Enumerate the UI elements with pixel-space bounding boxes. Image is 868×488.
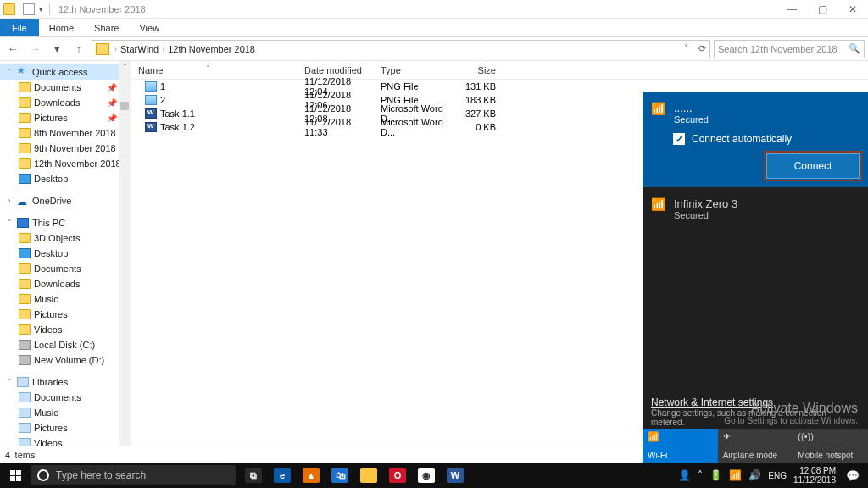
- tree-icon: [19, 309, 31, 319]
- wifi-connect-button[interactable]: Connect: [766, 153, 860, 179]
- nav-row: ← → ▾ ↑ › StarWind › 12th November 2018 …: [0, 37, 868, 61]
- tree-label: Pictures: [34, 309, 68, 319]
- back-button[interactable]: ←: [3, 40, 22, 58]
- app-icon: W: [447, 468, 464, 483]
- search-input[interactable]: Search 12th November 2018 🔍: [714, 40, 865, 58]
- taskbar-app-edge[interactable]: e: [268, 463, 297, 488]
- file-size: 0 KB: [453, 122, 501, 132]
- tree-item[interactable]: 12th November 2018: [0, 156, 131, 171]
- tree-section[interactable]: ›OneDrive: [0, 193, 131, 208]
- tree-item[interactable]: Music: [0, 291, 131, 307]
- ribbon-tab-home[interactable]: Home: [39, 19, 84, 36]
- breadcrumb-item[interactable]: StarWind: [119, 44, 160, 54]
- taskbar-app-opera[interactable]: O: [383, 463, 412, 488]
- tree-item[interactable]: Music: [0, 405, 131, 420]
- twisty-icon[interactable]: ˅: [5, 68, 14, 76]
- tree-item[interactable]: Downloads: [0, 276, 131, 291]
- taskbar-app-vlc[interactable]: ▲: [297, 463, 326, 488]
- address-dropdown-icon[interactable]: ˅: [679, 42, 694, 57]
- tree-item[interactable]: Videos: [0, 322, 131, 337]
- address-bar[interactable]: › StarWind › 12th November 2018 ˅ ⟳: [92, 40, 710, 58]
- volume-icon[interactable]: 🔊: [748, 469, 761, 481]
- scroll-up-icon[interactable]: ˄: [119, 61, 131, 73]
- scroll-thumb[interactable]: [120, 102, 129, 110]
- start-button[interactable]: [0, 463, 31, 488]
- refresh-button[interactable]: ⟳: [694, 42, 709, 57]
- up-button[interactable]: ↑: [70, 40, 88, 58]
- taskbar-app-chrome[interactable]: ◉: [412, 463, 441, 488]
- tree-item[interactable]: New Volume (D:): [0, 352, 131, 368]
- app-icon: O: [389, 468, 406, 483]
- file-type: Microsoft Word D...: [374, 117, 453, 137]
- tree-item[interactable]: Pictures📌: [0, 110, 131, 125]
- col-size[interactable]: Size: [453, 65, 501, 75]
- history-dropdown[interactable]: ▾: [47, 40, 66, 58]
- qat-dropdown-icon[interactable]: ▾: [36, 5, 46, 14]
- app-icon: e: [274, 468, 291, 483]
- col-date[interactable]: Date modified: [298, 65, 374, 75]
- ribbon-file-tab[interactable]: File: [0, 19, 39, 36]
- tree-item[interactable]: Downloads📌: [0, 95, 131, 110]
- tree-scrollbar[interactable]: ˄ ˅: [119, 61, 131, 461]
- tree-item[interactable]: 3D Objects: [0, 230, 131, 246]
- wifi-quick-tile[interactable]: 📶Wi-Fi: [643, 429, 718, 463]
- col-name[interactable]: Name ˄: [131, 65, 298, 75]
- tree-item[interactable]: Local Disk (C:): [0, 337, 131, 352]
- tree-item[interactable]: Documents: [0, 390, 131, 405]
- taskbar-app-word[interactable]: W: [441, 463, 470, 488]
- wifi-quick-tile[interactable]: ✈Airplane mode: [718, 429, 793, 463]
- breadcrumb-item[interactable]: 12th November 2018: [166, 44, 257, 54]
- system-tray: 👤 ˄ 🔋 📶 🔊 ENG 12:08 PM 11/12/2018 💬: [678, 463, 868, 488]
- tree-item[interactable]: Pictures: [0, 307, 131, 322]
- close-button[interactable]: ✕: [837, 0, 868, 19]
- battery-icon[interactable]: 🔋: [709, 469, 722, 481]
- tree-label: Downloads: [34, 279, 80, 289]
- tree-section[interactable]: ˅Libraries: [0, 374, 131, 390]
- wifi-quick-tiles: 📶Wi-Fi✈Airplane mode((•))Mobile hotspot: [643, 429, 868, 463]
- tree-icon: [19, 263, 31, 274]
- tree-icon: [17, 196, 29, 206]
- taskbar-apps: ⧉e▲🛍O◉W: [239, 463, 470, 488]
- wifi-network-status: Secured: [674, 114, 709, 125]
- tree-label: Desktop: [34, 174, 68, 184]
- app-icon: 🛍: [331, 468, 348, 483]
- checkbox-checked-icon[interactable]: ✓: [673, 133, 685, 145]
- tray-clock[interactable]: 12:08 PM 11/12/2018: [793, 466, 836, 485]
- tree-section[interactable]: ˅This PC: [0, 215, 131, 230]
- tray-language[interactable]: ENG: [768, 471, 787, 480]
- tree-item[interactable]: 8th November 2018: [0, 125, 131, 141]
- wifi-network[interactable]: 📶Infinix Zero 3Secured: [643, 187, 868, 230]
- taskbar-search[interactable]: Type here to search: [31, 465, 236, 485]
- taskbar-app-explorer[interactable]: [354, 463, 383, 488]
- tree-item[interactable]: Documents: [0, 261, 131, 276]
- tree-item[interactable]: Documents📌: [0, 80, 131, 95]
- wifi-quick-tile[interactable]: ((•))Mobile hotspot: [793, 429, 868, 463]
- tree-icon: [19, 113, 31, 123]
- col-type[interactable]: Type: [374, 65, 453, 75]
- tree-item[interactable]: 9th November 2018: [0, 141, 131, 156]
- taskbar-app-store[interactable]: 🛍: [326, 463, 354, 488]
- tree-section[interactable]: ˅Quick access: [0, 64, 131, 80]
- ribbon-tab-view[interactable]: View: [129, 19, 170, 36]
- ribbon-tab-share[interactable]: Share: [84, 19, 129, 36]
- twisty-icon[interactable]: ˅: [5, 378, 14, 386]
- tree-item[interactable]: Desktop: [0, 171, 131, 186]
- minimize-button[interactable]: —: [776, 0, 807, 19]
- twisty-icon[interactable]: ›: [5, 197, 14, 205]
- maximize-button[interactable]: ▢: [807, 0, 837, 19]
- wifi-network[interactable]: 📶......Secured✓Connect automaticallyConn…: [643, 92, 868, 187]
- people-icon[interactable]: 👤: [678, 469, 691, 481]
- tree-label: 9th November 2018: [34, 143, 116, 153]
- tree-item[interactable]: Pictures: [0, 420, 131, 435]
- tree-item[interactable]: Desktop: [0, 246, 131, 261]
- taskbar-app-task-view[interactable]: ⧉: [239, 463, 268, 488]
- tree-label: 12th November 2018: [34, 158, 121, 169]
- twisty-icon[interactable]: ˅: [5, 219, 14, 227]
- wifi-tray-icon[interactable]: 📶: [729, 469, 742, 481]
- action-center-icon[interactable]: 💬: [843, 463, 863, 488]
- forward-button[interactable]: →: [25, 40, 44, 58]
- tray-chevron-icon[interactable]: ˄: [698, 469, 703, 481]
- app-icon: ⧉: [245, 468, 262, 483]
- wifi-auto-connect[interactable]: ✓Connect automatically: [651, 126, 860, 153]
- qat-tool-icon[interactable]: [23, 3, 35, 15]
